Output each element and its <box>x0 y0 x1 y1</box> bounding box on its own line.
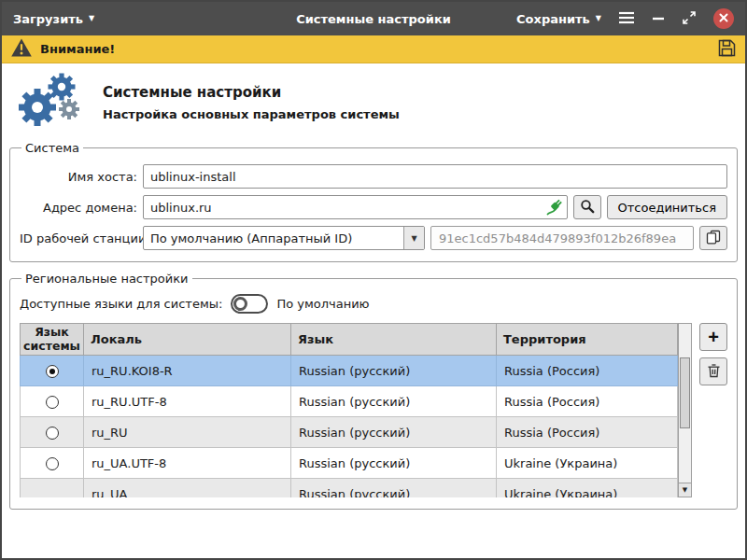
empty-area <box>2 516 745 558</box>
regional-group-legend: Региональные настройки <box>21 272 192 286</box>
col-system-language: Язык системы <box>21 324 84 356</box>
cell-language[interactable]: Russian (русский) <box>291 417 497 448</box>
scrollbar-thumb[interactable] <box>680 357 690 428</box>
table-vscrollbar[interactable]: ▼ <box>678 323 692 497</box>
domain-search-button[interactable] <box>573 195 601 219</box>
minimize-icon <box>652 11 665 27</box>
system-language-cell[interactable] <box>21 386 84 417</box>
hardware-id-field[interactable]: 91ec1cd57b484d479893f012b26f89ea <box>430 226 694 250</box>
system-language-radio[interactable] <box>46 396 59 409</box>
copy-id-button[interactable] <box>699 226 727 250</box>
warning-text: Внимание! <box>40 42 115 56</box>
maximize-icon <box>682 10 697 28</box>
page-title: Системные настройки <box>103 84 400 101</box>
delete-locale-button[interactable] <box>699 357 727 385</box>
col-language: Язык <box>291 324 497 356</box>
cell-territory[interactable]: Russia (Россия) <box>497 386 678 417</box>
save-button-label: Сохранить <box>516 12 590 26</box>
domain-label: Адрес домена: <box>20 201 137 215</box>
copy-icon <box>706 230 721 247</box>
cell-language[interactable]: Russian (русский) <box>291 448 497 479</box>
system-language-cell[interactable] <box>21 417 84 448</box>
default-label: По умолчанию <box>276 297 369 311</box>
menu-button[interactable] <box>618 11 635 27</box>
warning-bar: Внимание! <box>2 35 745 63</box>
locale-table-row[interactable]: ru_RU Russian (русский) Russia (Россия) <box>21 417 678 448</box>
page-header: Системные настройки Настройка основных п… <box>2 63 745 138</box>
add-locale-button[interactable]: + <box>699 323 727 351</box>
regional-group: Региональные настройки Доступные языки д… <box>9 272 738 510</box>
warning-triangle-icon <box>10 37 33 61</box>
domain-input[interactable] <box>143 195 568 219</box>
cell-territory[interactable]: Ukraine (Украина) <box>497 448 678 479</box>
quick-save-button[interactable] <box>717 38 737 61</box>
cell-language[interactable]: Russian (русский) <box>291 386 497 417</box>
locale-table-row[interactable]: ru_UA.UTF-8 Russian (русский) Ukraine (У… <box>21 448 678 479</box>
cell-locale[interactable]: ru_RU.KOI8-R <box>84 356 291 386</box>
scrollbar-down-icon: ▼ <box>683 486 687 494</box>
plug-connected-icon <box>546 199 563 218</box>
locale-table-row[interactable]: ru_UA Russian (русский) Ukraine (Украина… <box>21 479 678 498</box>
save-caret-icon: ▼ <box>596 15 601 22</box>
system-language-radio[interactable] <box>46 365 59 378</box>
hostname-label: Имя хоста: <box>20 170 137 184</box>
available-languages-label: Доступные языки для системы: <box>20 297 222 311</box>
close-icon <box>718 12 729 26</box>
locale-table-row[interactable]: ru_RU.UTF-8 Russian (русский) Russia (Ро… <box>21 386 678 417</box>
station-id-selected-option: По умолчанию (Аппаратный ID) <box>144 231 403 245</box>
locale-table-row[interactable]: ru_RU.KOI8-R Russian (русский) Russia (Р… <box>21 356 678 386</box>
locale-table-viewport: Язык системы Локаль Язык Территория ru_R… <box>20 323 678 497</box>
system-language-cell[interactable] <box>21 356 84 386</box>
page-subtitle: Настройка основных параметров системы <box>103 107 400 121</box>
cell-locale[interactable]: ru_UA <box>84 479 291 498</box>
locale-table-body: ru_RU.KOI8-R Russian (русский) Russia (Р… <box>21 356 678 498</box>
save-button[interactable]: Сохранить ▼ <box>516 12 601 26</box>
cell-language[interactable]: Russian (русский) <box>291 479 497 498</box>
load-button-label: Загрузить <box>13 12 83 26</box>
cell-territory[interactable]: Russia (Россия) <box>497 417 678 448</box>
gears-icon <box>15 72 86 133</box>
load-caret-icon: ▼ <box>89 15 94 22</box>
close-button[interactable] <box>713 8 734 29</box>
maximize-button[interactable] <box>682 10 697 28</box>
dropdown-arrow-icon[interactable]: ▼ <box>403 227 424 249</box>
locale-table-header-row: Язык системы Локаль Язык Территория <box>21 324 678 356</box>
trash-icon <box>707 363 721 381</box>
cell-locale[interactable]: ru_RU <box>84 417 291 448</box>
col-territory: Территория <box>497 324 678 356</box>
system-group: Система Имя хоста: Адрес домена: <box>9 141 738 262</box>
system-language-radio[interactable] <box>46 427 59 440</box>
load-button[interactable]: Загрузить ▼ <box>13 12 94 26</box>
system-language-radio[interactable] <box>46 457 59 470</box>
hostname-input[interactable] <box>143 164 727 189</box>
default-language-toggle[interactable] <box>231 294 268 314</box>
station-id-label: ID рабочей станции: <box>20 231 137 245</box>
disconnect-button[interactable]: Отсоединиться <box>607 195 728 219</box>
system-language-cell[interactable] <box>21 448 84 479</box>
minimize-button[interactable] <box>652 11 665 27</box>
titlebar: Загрузить ▼ Системные настройки Сохранит… <box>2 2 745 35</box>
cell-locale[interactable]: ru_RU.UTF-8 <box>84 386 291 417</box>
save-file-icon <box>717 38 737 61</box>
scroll-down-button[interactable]: ▼ <box>679 483 691 497</box>
plus-icon: + <box>708 328 719 346</box>
locale-table: Язык системы Локаль Язык Территория ru_R… <box>20 323 678 497</box>
toggle-knob-icon <box>233 297 247 311</box>
system-language-cell[interactable] <box>21 479 84 498</box>
cell-territory[interactable]: Ukraine (Украина) <box>497 479 678 498</box>
system-group-legend: Система <box>21 141 83 155</box>
hamburger-icon <box>618 11 635 27</box>
cell-territory[interactable]: Russia (Россия) <box>497 356 678 386</box>
cell-language[interactable]: Russian (русский) <box>291 356 497 386</box>
cell-locale[interactable]: ru_UA.UTF-8 <box>84 448 291 479</box>
system-settings-window: Загрузить ▼ Системные настройки Сохранит… <box>0 0 747 560</box>
search-icon <box>580 199 595 217</box>
station-id-select[interactable]: По умолчанию (Аппаратный ID) ▼ <box>143 226 425 250</box>
col-locale: Локаль <box>84 324 291 356</box>
